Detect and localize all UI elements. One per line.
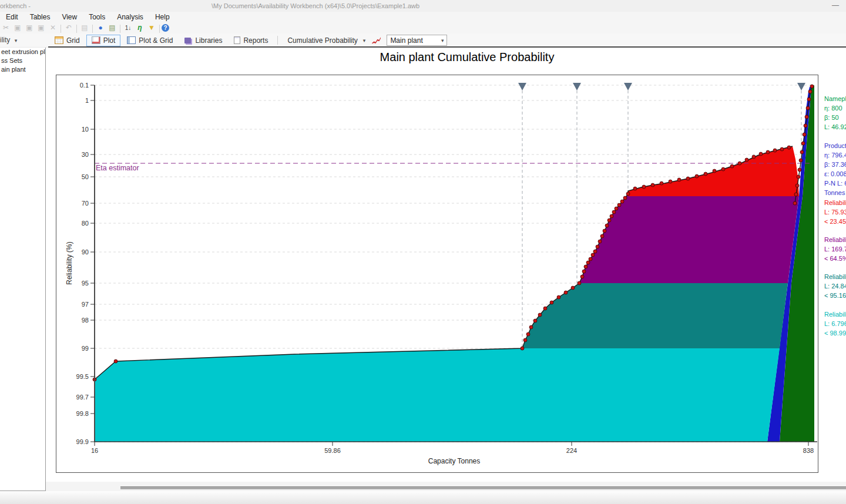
- window-title: orkbench -: [0, 2, 31, 9]
- x-tick-label: 16: [91, 447, 98, 454]
- chevron-down-icon: ▾: [363, 38, 366, 43]
- region-purple-area: [579, 194, 799, 283]
- data-point: [752, 155, 756, 159]
- data-point: [800, 150, 804, 154]
- pg-icon: [127, 36, 136, 44]
- legend-reliability-purple: ReliabilityL: 169.7 T< 64.5%: [824, 235, 846, 263]
- data-point: [806, 106, 810, 110]
- cut-icon[interactable]: ✂: [0, 22, 12, 32]
- plant-selector-combobox[interactable]: Main plant▾: [387, 35, 447, 46]
- help-icon[interactable]: ?: [162, 24, 169, 32]
- y-tick-label: 99.9: [76, 438, 89, 445]
- tab-grid[interactable]: Grid: [49, 35, 85, 46]
- menu-item-tools[interactable]: Tools: [83, 12, 111, 21]
- legend-line: L: 6.796 T: [824, 319, 846, 328]
- undo-icon[interactable]: ↶: [63, 22, 75, 32]
- availability-module-dropdown[interactable]: ility ▾: [0, 36, 17, 44]
- legend-line: < 64.5%: [824, 254, 846, 263]
- toolbar-separator: [159, 25, 160, 33]
- lib-icon: [184, 38, 191, 43]
- legend-line: L: 46.92 T: [824, 122, 846, 132]
- data-point: [521, 347, 524, 350]
- data-point: [704, 172, 707, 176]
- minimize-button[interactable]: —: [832, 1, 839, 9]
- menu-item-help[interactable]: Help: [149, 12, 176, 21]
- x-tick-label: 838: [803, 447, 814, 454]
- tree-item-eet-extrusion-plant[interactable]: eet extrusion plant: [0, 48, 45, 56]
- plot-style-icon[interactable]: [372, 37, 381, 44]
- data-point: [773, 149, 777, 152]
- data-point: [538, 313, 542, 317]
- data-point: [780, 147, 784, 151]
- delete-icon[interactable]: ✕: [47, 22, 59, 32]
- drill-icon[interactable]: ●: [95, 22, 106, 32]
- chevron-down-icon[interactable]: ▾: [438, 38, 446, 43]
- data-point: [533, 319, 537, 322]
- data-point: [580, 275, 584, 278]
- percentile-marker-handle[interactable]: [797, 83, 805, 90]
- data-point: [578, 281, 581, 285]
- y-tick-label: 98: [82, 317, 89, 324]
- paste-icon[interactable]: ▣: [24, 22, 35, 32]
- data-point: [721, 167, 725, 171]
- data-point: [669, 180, 672, 183]
- copy-icon[interactable]: ▣: [12, 22, 24, 32]
- filter-icon[interactable]: ▼: [146, 22, 157, 32]
- percentile-marker-handle[interactable]: [518, 83, 526, 90]
- region-cyan-area: [95, 348, 780, 442]
- sort-icon[interactable]: 1↓: [122, 23, 134, 31]
- x-tick-label: 59.86: [324, 447, 341, 454]
- percentile-marker-handle[interactable]: [573, 83, 581, 90]
- data-point: [795, 184, 799, 187]
- eta-icon[interactable]: η: [134, 22, 146, 32]
- menu-item-tables[interactable]: Tables: [24, 12, 56, 21]
- percentile-marker-handle[interactable]: [624, 83, 632, 90]
- y-tick-label: 99.8: [76, 410, 89, 417]
- report-doc-icon[interactable]: ▤: [106, 22, 118, 32]
- menu-item-edit[interactable]: Edit: [0, 12, 24, 21]
- data-point: [713, 169, 716, 173]
- data-point: [798, 168, 801, 172]
- data-point: [612, 210, 616, 214]
- y-tick-label: 30: [82, 151, 89, 158]
- legend-line: Nameplate: [824, 94, 846, 103]
- menu-item-analysis[interactable]: Analysis: [111, 12, 149, 21]
- tab-label: Libraries: [195, 36, 222, 45]
- tab-plot-grid[interactable]: Plot & Grid: [122, 35, 178, 46]
- y-axis-title: Reliability (%): [65, 241, 73, 284]
- x-axis-title: Capacity Tonnes: [428, 457, 481, 465]
- data-point: [738, 162, 741, 165]
- data-point: [794, 193, 798, 196]
- data-point: [642, 185, 646, 189]
- availability-workbench-window: { "window": { "title_left": "orkbench -"…: [0, 0, 846, 504]
- view-tabs: GridPlotPlot & GridLibrariesReportsCumul…: [49, 33, 447, 47]
- tab-libraries[interactable]: Libraries: [179, 35, 227, 46]
- legend-line: Production: [824, 141, 846, 150]
- tree-item-ain-plant[interactable]: ain plant: [0, 65, 45, 74]
- tab-label: Grid: [66, 36, 80, 45]
- data-point: [610, 214, 613, 218]
- y-tick-label: 99: [82, 345, 89, 352]
- data-point: [617, 203, 621, 207]
- toolbar-separator: [92, 25, 93, 33]
- data-point: [586, 261, 590, 264]
- print-icon[interactable]: ▤: [79, 22, 90, 32]
- data-point: [807, 98, 811, 101]
- data-point: [584, 265, 588, 268]
- tab-label: Reports: [243, 36, 268, 45]
- data-point: [801, 142, 805, 145]
- menu-item-view[interactable]: View: [56, 12, 83, 21]
- toolbar-separator: [120, 25, 120, 33]
- horizontal-scrollbar[interactable]: [120, 486, 846, 489]
- tab-reports[interactable]: Reports: [229, 35, 273, 46]
- tab-plot[interactable]: Plot: [86, 35, 121, 46]
- legend-line: ε: 0.0084: [824, 169, 846, 179]
- grid-icon: [55, 36, 63, 44]
- tree-item-ss-sets[interactable]: ss Sets: [0, 56, 45, 65]
- paste-special-icon[interactable]: ▣: [35, 22, 47, 32]
- data-point: [557, 295, 560, 299]
- legend-line: Reliability: [824, 235, 846, 244]
- data-point: [593, 250, 597, 253]
- y-tick-label: 0.1: [80, 82, 89, 89]
- plot-type-dropdown[interactable]: Cumulative Probability▾: [282, 35, 371, 46]
